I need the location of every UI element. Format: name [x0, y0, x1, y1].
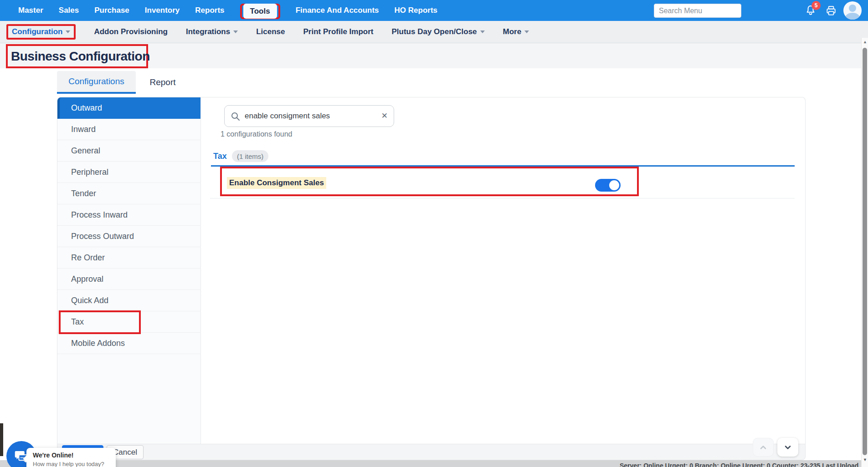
configuration-search-input[interactable] [245, 106, 372, 126]
search-menu-input[interactable] [654, 4, 741, 18]
toggle-knob [609, 180, 619, 190]
sidebar-item-general[interactable]: General [57, 140, 200, 162]
nav-item-ho-reports[interactable]: HO Reports [395, 6, 437, 15]
top-nav-right: 5 [654, 0, 868, 21]
nav-item-reports[interactable]: Reports [195, 6, 224, 15]
subnav-item-label: Configuration [12, 27, 62, 36]
scroll-to-top-button[interactable] [753, 438, 774, 457]
section-title-tax: Tax [213, 152, 227, 161]
subnav-item-print-profile-import[interactable]: Print Profile Import [303, 27, 374, 36]
status-bar-text: Server: Online Urgent: 0 Branch: Online … [620, 462, 858, 467]
subnav-item-label: Addon Provisioning [94, 27, 168, 36]
subnav-item-more[interactable]: More [503, 27, 529, 36]
subnav-item-license[interactable]: License [256, 27, 285, 36]
top-navbar: Master Sales Purchase Inventory Reports … [0, 0, 868, 21]
annotation-box-configuration: Configuration [6, 24, 76, 40]
chevron-down-icon [783, 443, 792, 452]
row-divider [210, 198, 795, 198]
printer-icon[interactable] [825, 5, 837, 17]
enable-consigment-sales-toggle[interactable] [595, 179, 621, 192]
configuration-card: Outward Inward General Peripheral Tender… [57, 97, 806, 444]
tab-configurations[interactable]: Configurations [57, 71, 136, 94]
avatar-body-shape [845, 13, 860, 20]
scrollbar-thumb[interactable] [863, 48, 867, 455]
chevron-down-icon [480, 30, 485, 33]
chat-status-text: We're Online! [33, 452, 110, 459]
annotation-box-tools: Tools [240, 4, 280, 19]
sidebar-item-inward[interactable]: Inward [57, 119, 200, 140]
sub-navbar: Configuration Addon Provisioning Integra… [0, 21, 868, 43]
subnav-item-label: Plutus Day Open/Close [392, 27, 477, 36]
chat-help-text: How may I help you today? [33, 461, 110, 467]
card-footer-bar: Save Cancel [57, 444, 806, 460]
subnav-item-label: License [256, 27, 285, 36]
subnav-item-configuration[interactable]: Configuration [12, 27, 70, 36]
avatar-head-shape [849, 5, 856, 12]
tab-bar: Configurations Report [57, 71, 190, 94]
configuration-sidebar: Outward Inward General Peripheral Tender… [57, 97, 201, 444]
sidebar-item-approval[interactable]: Approval [57, 269, 200, 290]
subnav-item-label: Print Profile Import [303, 27, 374, 36]
sidebar-item-peripheral[interactable]: Peripheral [57, 162, 200, 183]
chevron-down-icon [66, 30, 70, 33]
sidebar-item-quick-add[interactable]: Quick Add [57, 290, 200, 311]
sidebar-item-mobile-addons[interactable]: Mobile Addons [57, 333, 200, 354]
chevron-up-icon [759, 443, 768, 452]
nav-item-tools[interactable]: Tools [243, 4, 277, 19]
chevron-down-icon [524, 30, 529, 33]
status-bar: Server: Online Urgent: 0 Branch: Online … [0, 460, 861, 467]
nav-item-sales[interactable]: Sales [59, 6, 79, 15]
annotation-box-title: Business Configuration [6, 44, 148, 68]
top-nav-items: Master Sales Purchase Inventory Reports … [18, 0, 437, 21]
configuration-search-box: ✕ [224, 105, 394, 127]
search-icon [231, 112, 241, 122]
page-title: Business Configuration [8, 49, 150, 64]
nav-item-inventory[interactable]: Inventory [145, 6, 180, 15]
scroll-to-bottom-button[interactable] [777, 438, 798, 457]
notification-bell-icon[interactable]: 5 [804, 4, 818, 18]
sidebar-item-tender[interactable]: Tender [57, 183, 200, 204]
subnav-item-addon-provisioning[interactable]: Addon Provisioning [94, 27, 168, 36]
nav-item-purchase[interactable]: Purchase [94, 6, 129, 15]
screen-edge-artifact [0, 423, 3, 456]
notification-count-badge: 5 [812, 1, 821, 10]
clear-search-icon[interactable]: ✕ [381, 111, 388, 121]
sidebar-item-tax[interactable]: Tax [57, 311, 200, 333]
sidebar-item-process-inward[interactable]: Process Inward [57, 204, 200, 226]
scrollbar-down-arrow-icon[interactable]: ▼ [862, 457, 868, 462]
annotation-box-setting-row: Enable Consigment Sales [220, 167, 639, 196]
tab-report[interactable]: Report [136, 71, 190, 94]
subnav-item-label: More [503, 27, 522, 36]
results-count-text: 1 configurations found [221, 130, 292, 138]
scrollbar-up-arrow-icon[interactable]: ▲ [862, 40, 868, 44]
app-window: Master Sales Purchase Inventory Reports … [0, 0, 868, 467]
nav-item-master[interactable]: Master [18, 6, 43, 15]
nav-item-finance-and-accounts[interactable]: Finance And Accounts [296, 6, 379, 15]
sidebar-item-re-order[interactable]: Re Order [57, 247, 200, 269]
subnav-item-label: Integrations [186, 27, 230, 36]
user-avatar[interactable] [843, 1, 862, 20]
chevron-down-icon [233, 30, 238, 33]
sidebar-item-process-outward[interactable]: Process Outward [57, 226, 200, 247]
section-items-badge: (1 items) [232, 150, 268, 162]
setting-label-enable-consigment-sales: Enable Consigment Sales [227, 177, 326, 189]
chat-greeting-tooltip[interactable]: We're Online! How may I help you today? [26, 448, 116, 467]
vertical-scrollbar[interactable]: ▲ ▼ [861, 38, 868, 467]
sidebar-item-outward[interactable]: Outward [57, 97, 200, 119]
subnav-item-integrations[interactable]: Integrations [186, 27, 238, 36]
subnav-item-plutus-day-open-close[interactable]: Plutus Day Open/Close [392, 27, 485, 36]
sidebar-item-label: Tax [71, 317, 84, 326]
